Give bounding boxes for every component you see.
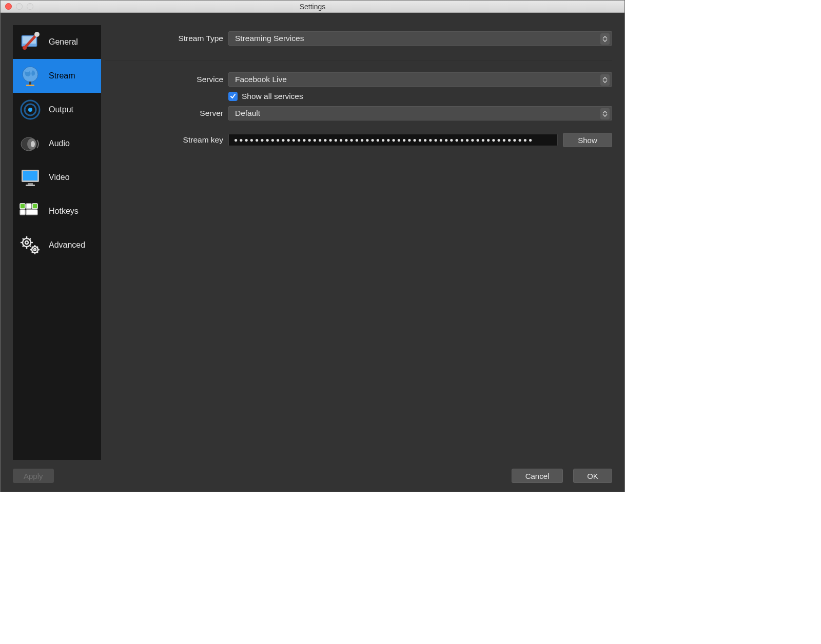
monitor-icon xyxy=(17,165,44,190)
sidebar-item-output[interactable]: Output xyxy=(13,93,101,127)
svg-point-24 xyxy=(25,241,28,244)
sidebar-item-label: Hotkeys xyxy=(49,207,79,216)
svg-rect-22 xyxy=(26,210,37,215)
sidebar-item-stream[interactable]: Stream xyxy=(13,59,101,93)
window-title: Settings xyxy=(1,3,624,11)
sidebar-item-video[interactable]: Video xyxy=(13,160,101,194)
settings-window: Settings General xyxy=(0,0,625,492)
service-dropdown[interactable]: Facebook Live xyxy=(228,72,612,87)
stream-type-value: Streaming Services xyxy=(235,34,304,43)
svg-rect-18 xyxy=(20,204,25,209)
server-label: Server xyxy=(105,109,223,118)
wrench-icon xyxy=(17,29,44,55)
sidebar-item-advanced[interactable]: Advanced xyxy=(13,228,101,262)
stream-type-label: Stream Type xyxy=(105,34,223,43)
service-value: Facebook Live xyxy=(235,75,287,84)
sidebar-item-label: Output xyxy=(49,105,73,114)
dialog-footer: Apply Cancel OK xyxy=(13,460,612,485)
svg-rect-19 xyxy=(26,204,31,209)
svg-rect-7 xyxy=(26,85,34,86)
svg-rect-17 xyxy=(26,185,35,186)
apply-button[interactable]: Apply xyxy=(13,469,54,483)
updown-stepper-icon xyxy=(600,33,610,45)
svg-rect-15 xyxy=(23,171,37,180)
stream-key-value: ●●●●●●●●●●●●●●●●●●●●●●●●●●●●●●●●●●●●●●●●… xyxy=(234,136,534,144)
svg-rect-21 xyxy=(20,210,25,215)
server-dropdown[interactable]: Default xyxy=(228,106,612,120)
sidebar-item-label: Stream xyxy=(49,71,75,80)
sidebar-item-label: General xyxy=(49,37,78,47)
service-label: Service xyxy=(105,75,223,84)
cancel-button[interactable]: Cancel xyxy=(512,469,563,483)
svg-point-10 xyxy=(28,108,32,112)
sidebar-item-hotkeys[interactable]: Hotkeys xyxy=(13,194,101,228)
globe-icon xyxy=(17,63,44,89)
stream-key-label: Stream key xyxy=(105,135,223,145)
svg-rect-20 xyxy=(32,204,37,209)
stream-type-dropdown[interactable]: Streaming Services xyxy=(228,31,612,46)
stream-settings-panel: Stream Type Streaming Services Serv xyxy=(105,25,612,460)
speaker-icon xyxy=(17,131,44,156)
checkbox-checked-icon xyxy=(228,92,238,101)
show-all-services-label: Show all services xyxy=(242,92,303,101)
updown-stepper-icon xyxy=(600,74,610,86)
divider xyxy=(105,60,612,61)
gears-icon xyxy=(17,232,44,258)
settings-sidebar: General Stream xyxy=(13,25,101,460)
show-all-services-checkbox[interactable]: Show all services xyxy=(228,92,303,101)
svg-rect-6 xyxy=(29,82,31,85)
close-window-button[interactable] xyxy=(5,3,12,10)
svg-point-13 xyxy=(31,141,35,147)
svg-point-3 xyxy=(34,32,40,37)
show-stream-key-button[interactable]: Show xyxy=(563,133,612,147)
sidebar-item-audio[interactable]: Audio xyxy=(13,127,101,160)
titlebar: Settings xyxy=(1,1,624,13)
server-value: Default xyxy=(235,109,260,118)
svg-point-4 xyxy=(23,46,27,50)
broadcast-icon xyxy=(17,97,44,123)
svg-point-26 xyxy=(34,249,36,251)
zoom-window-button[interactable] xyxy=(27,3,33,10)
minimize-window-button[interactable] xyxy=(16,3,23,10)
stream-key-input[interactable]: ●●●●●●●●●●●●●●●●●●●●●●●●●●●●●●●●●●●●●●●●… xyxy=(228,134,558,146)
sidebar-item-label: Advanced xyxy=(49,240,85,250)
ok-button[interactable]: OK xyxy=(573,469,612,483)
svg-rect-16 xyxy=(28,183,33,185)
sidebar-item-label: Audio xyxy=(49,139,70,148)
sidebar-item-general[interactable]: General xyxy=(13,25,101,59)
window-controls xyxy=(5,3,33,10)
updown-stepper-icon xyxy=(600,108,610,119)
sidebar-item-label: Video xyxy=(49,173,70,182)
keyboard-icon xyxy=(17,198,44,224)
